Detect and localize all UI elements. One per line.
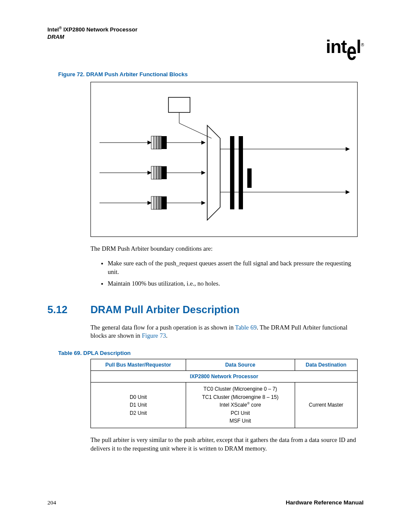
svg-rect-12: [156, 166, 159, 179]
svg-rect-21: [162, 196, 167, 209]
svg-line-2: [179, 123, 212, 138]
section-heading: 5.12 DRAM Pull Arbiter Description: [47, 304, 364, 316]
figure-diagram: [90, 82, 358, 237]
dpla-table: Pull Bus Master/Requestor Data Source Da…: [90, 359, 358, 428]
section-title: DRAM Pull Arbiter Description: [90, 304, 240, 316]
section-intro: The general data flow for a push operati…: [90, 324, 364, 340]
svg-rect-20: [159, 196, 162, 209]
table-header: Pull Bus Master/Requestor: [91, 359, 186, 370]
table-cell: TC0 Cluster (Microengine 0 – 7) TC1 Clus…: [186, 382, 295, 428]
table-cell: D0 Unit D1 Unit D2 Unit: [91, 382, 186, 428]
header-subsection: DRAM: [47, 34, 364, 41]
manual-name: Hardware Reference Manual: [286, 499, 364, 506]
page-header: Intel® IXP2800 Network Processor DRAM: [47, 26, 364, 41]
table-header: Data Source: [186, 359, 295, 370]
section-number: 5.12: [47, 304, 90, 316]
svg-rect-17: [151, 196, 154, 209]
svg-rect-19: [156, 196, 159, 209]
svg-rect-6: [159, 136, 162, 149]
closing-paragraph: The pull arbiter is very similar to the …: [90, 436, 364, 453]
svg-rect-18: [154, 196, 156, 209]
push-arbiter-conditions-intro: The DRM Push Arbiter boundary conditions…: [90, 245, 364, 253]
svg-rect-24: [230, 136, 234, 209]
table-caption: Table 69. DPLA Description: [58, 350, 364, 356]
svg-rect-4: [154, 136, 156, 149]
page-number: 204: [47, 499, 56, 506]
svg-rect-14: [162, 166, 167, 179]
table-header: Data Destination: [295, 359, 357, 370]
table-span-header: IXP2800 Network Processor: [91, 370, 358, 382]
svg-rect-0: [168, 97, 190, 112]
push-arbiter-conditions-list: Make sure each of the push_request queue…: [99, 259, 364, 288]
svg-rect-25: [239, 136, 243, 209]
table-cell: Current Master: [295, 382, 357, 428]
svg-rect-10: [151, 166, 154, 179]
header-product: IXP2800 Network Processor: [62, 26, 137, 33]
svg-rect-3: [151, 136, 154, 149]
page-footer: 204 Hardware Reference Manual: [47, 499, 364, 506]
list-item: Make sure each of the push_request queue…: [108, 259, 364, 276]
intel-logo: intel®: [326, 37, 364, 57]
figure-caption: Figure 72. DRAM Push Arbiter Functional …: [58, 71, 364, 78]
svg-rect-13: [159, 166, 162, 179]
svg-rect-11: [154, 166, 156, 179]
link-figure-73[interactable]: Figure 73: [142, 332, 166, 339]
svg-rect-26: [247, 168, 252, 188]
header-brand: Intel: [47, 26, 59, 33]
list-item: Maintain 100% bus utilization, i.e., no …: [108, 280, 364, 288]
svg-rect-7: [162, 136, 167, 149]
svg-rect-5: [156, 136, 159, 149]
link-table-69[interactable]: Table 69: [235, 324, 257, 331]
